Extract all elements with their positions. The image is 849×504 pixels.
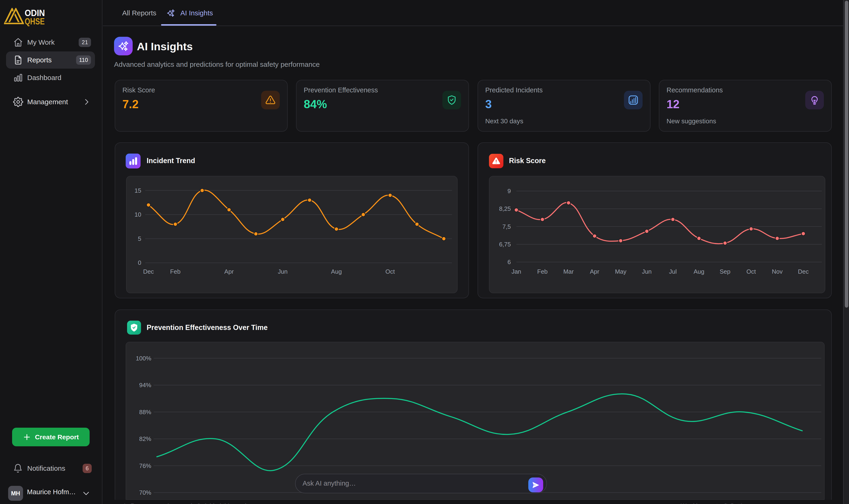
svg-text:94%: 94% [139, 382, 151, 389]
svg-text:82%: 82% [139, 435, 151, 442]
svg-text:Oct: Oct [746, 268, 756, 275]
svg-text:Jun: Jun [278, 268, 288, 275]
svg-text:Oct: Oct [385, 268, 395, 275]
svg-text:9: 9 [508, 187, 511, 195]
svg-text:8,25: 8,25 [499, 205, 511, 212]
svg-text:Dec: Dec [143, 268, 154, 275]
svg-text:15: 15 [134, 187, 141, 194]
svg-text:70%: 70% [139, 489, 151, 496]
svg-text:Apr: Apr [224, 268, 234, 275]
svg-text:7,5: 7,5 [503, 223, 511, 230]
svg-text:Jun: Jun [642, 268, 652, 275]
svg-text:Feb: Feb [537, 268, 548, 275]
svg-text:76%: 76% [139, 462, 151, 469]
svg-text:6,75: 6,75 [499, 241, 511, 248]
svg-text:Sep: Sep [720, 268, 730, 275]
svg-text:10: 10 [134, 211, 141, 218]
svg-text:May: May [615, 268, 626, 275]
svg-text:0: 0 [138, 259, 141, 266]
svg-text:Feb: Feb [170, 268, 181, 275]
svg-text:Jan: Jan [511, 268, 521, 275]
svg-text:Jul: Jul [669, 268, 677, 275]
svg-text:88%: 88% [139, 409, 151, 416]
svg-text:100%: 100% [136, 355, 151, 362]
svg-text:Mar: Mar [563, 268, 574, 275]
svg-text:5: 5 [138, 235, 141, 242]
svg-text:Nov: Nov [772, 268, 782, 275]
svg-text:Aug: Aug [693, 268, 704, 275]
svg-text:Apr: Apr [590, 268, 599, 275]
svg-text:Aug: Aug [331, 268, 342, 275]
svg-text:QHSE: QHSE [25, 17, 45, 26]
svg-text:6: 6 [508, 258, 511, 266]
svg-text:Dec: Dec [798, 268, 809, 275]
